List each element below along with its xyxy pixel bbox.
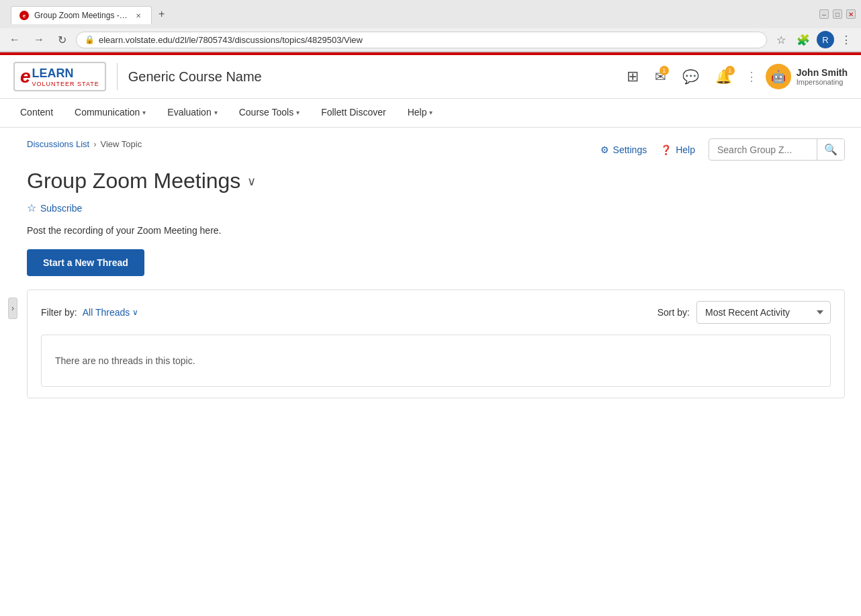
- chat-icon: 💬: [682, 69, 699, 84]
- nav-evaluation-label: Evaluation: [167, 107, 211, 118]
- filter-label: Filter by:: [41, 307, 77, 318]
- back-button[interactable]: ←: [5, 32, 24, 47]
- browser-titlebar: e Group Zoom Meetings - Generic ✕ + – □ …: [0, 0, 861, 28]
- logo-volstate-text: VOLUNTEER STATE: [32, 81, 99, 87]
- course-tools-chevron-icon: ▾: [296, 109, 300, 116]
- nav-item-content[interactable]: Content: [11, 99, 62, 127]
- topic-title-row: Group Zoom Meetings ∨: [27, 169, 845, 193]
- mail-icon-button[interactable]: ✉ 1: [649, 66, 672, 87]
- bell-badge: 1: [725, 66, 735, 75]
- bell-icon-button[interactable]: 🔔 1: [710, 66, 737, 87]
- start-new-thread-button[interactable]: Start a New Thread: [27, 249, 144, 276]
- app-header: e LEARN VOLUNTEER STATE Generic Course N…: [0, 55, 861, 99]
- browser-chrome: e Group Zoom Meetings - Generic ✕ + – □ …: [0, 0, 861, 52]
- active-tab[interactable]: e Group Zoom Meetings - Generic ✕: [11, 6, 152, 24]
- tab-bar: e Group Zoom Meetings - Generic ✕ +: [5, 4, 177, 24]
- help-link[interactable]: ❓ Help: [660, 144, 695, 155]
- elearn-logo: e LEARN VOLUNTEER STATE: [13, 62, 106, 91]
- empty-threads-text: There are no threads in this topic.: [55, 355, 817, 366]
- subscribe-label: Subscribe: [40, 203, 82, 214]
- user-info: John Smith Impersonating: [797, 67, 848, 86]
- breadcrumb-actions-row: Discussions List › View Topic ⚙ Settings…: [27, 138, 845, 161]
- threads-empty-state: There are no threads in this topic.: [41, 335, 831, 387]
- nav-menu: Content Communication ▾ Evaluation ▾ Cou…: [0, 99, 861, 128]
- grid-icon-button[interactable]: ⊞: [621, 65, 644, 88]
- user-role: Impersonating: [797, 78, 848, 86]
- filter-dropdown[interactable]: All Threads ∨: [83, 307, 139, 318]
- side-toggle-button[interactable]: ›: [8, 298, 17, 319]
- minimize-button[interactable]: –: [819, 9, 829, 19]
- extensions-button[interactable]: 🧩: [792, 31, 814, 48]
- toolbar-icons: ☆ 🧩 R ⋮: [772, 31, 856, 48]
- filter-left: Filter by: All Threads ∨: [41, 307, 138, 318]
- help-chevron-icon: ▾: [429, 109, 433, 116]
- filter-chevron-icon: ∨: [132, 308, 138, 317]
- sort-right: Sort by: Most Recent Activity Date Poste…: [658, 301, 831, 324]
- new-tab-button[interactable]: +: [152, 4, 171, 24]
- logo-learn-text: LEARN: [32, 67, 99, 81]
- header-separator-dots: ⋮: [743, 69, 760, 84]
- nav-communication-label: Communication: [75, 107, 140, 118]
- nav-item-help[interactable]: Help ▾: [398, 99, 443, 127]
- breadcrumb-discussions-link[interactable]: Discussions List: [27, 139, 89, 149]
- logo-area: e LEARN VOLUNTEER STATE: [13, 62, 106, 91]
- nav-item-course-tools[interactable]: Course Tools ▾: [230, 99, 309, 127]
- user-avatar-icon: 🤖: [771, 69, 786, 84]
- grid-icon: ⊞: [627, 68, 639, 85]
- user-name: John Smith: [797, 67, 848, 78]
- tab-favicon: e: [19, 11, 29, 20]
- nav-follett-label: Follett Discover: [321, 107, 386, 118]
- subscribe-link[interactable]: ☆ Subscribe: [27, 202, 845, 214]
- nav-item-communication[interactable]: Communication ▾: [65, 99, 155, 127]
- settings-link[interactable]: ⚙ Settings: [600, 144, 647, 155]
- topic-title: Group Zoom Meetings: [27, 169, 240, 193]
- main-layout: › Discussions List › View Topic ⚙ Settin…: [0, 128, 861, 409]
- lock-icon: 🔒: [85, 35, 95, 44]
- filter-sort-bar: Filter by: All Threads ∨ Sort by: Most R…: [27, 290, 845, 398]
- nav-item-evaluation[interactable]: Evaluation ▾: [158, 99, 226, 127]
- filter-row: Filter by: All Threads ∨ Sort by: Most R…: [41, 301, 831, 324]
- profile-button[interactable]: R: [817, 31, 834, 48]
- content-area: Discussions List › View Topic ⚙ Settings…: [0, 128, 861, 409]
- topic-actions-bar: ⚙ Settings ❓ Help 🔍: [600, 138, 845, 161]
- help-icon: ❓: [660, 144, 672, 155]
- subscribe-star-icon: ☆: [27, 202, 36, 214]
- breadcrumb-separator: ›: [93, 139, 96, 149]
- settings-icon: ⚙: [600, 144, 609, 155]
- address-bar[interactable]: 🔒 elearn.volstate.edu/d2l/le/7805743/dis…: [76, 32, 767, 48]
- browser-toolbar: ← → ↻ 🔒 elearn.volstate.edu/d2l/le/78057…: [0, 28, 861, 52]
- search-input[interactable]: [709, 140, 817, 159]
- header-right: ⊞ ✉ 1 💬 🔔 1 ⋮ 🤖 John Smith Impersonating: [621, 64, 848, 89]
- filter-value: All Threads: [83, 307, 130, 318]
- nav-content-label: Content: [20, 107, 53, 118]
- user-avatar[interactable]: 🤖: [766, 64, 791, 89]
- topic-description: Post the recording of your Zoom Meeting …: [27, 225, 845, 236]
- breadcrumb-current: View Topic: [101, 139, 142, 149]
- nav-item-follett[interactable]: Follett Discover: [312, 99, 395, 127]
- settings-label: Settings: [613, 144, 647, 155]
- chat-icon-button[interactable]: 💬: [677, 66, 705, 87]
- forward-button[interactable]: →: [30, 32, 48, 47]
- logo-e-letter: e: [20, 66, 31, 87]
- logo-text-area: LEARN VOLUNTEER STATE: [32, 67, 99, 87]
- bookmark-button[interactable]: ☆: [772, 31, 790, 48]
- nav-help-label: Help: [408, 107, 427, 118]
- breadcrumb: Discussions List › View Topic: [27, 139, 142, 149]
- help-label: Help: [676, 144, 695, 155]
- header-divider: [117, 63, 118, 90]
- refresh-button[interactable]: ↻: [54, 32, 71, 48]
- evaluation-chevron-icon: ▾: [214, 109, 218, 116]
- maximize-button[interactable]: □: [833, 9, 842, 19]
- sort-select[interactable]: Most Recent Activity Date Posted Subject…: [696, 301, 831, 324]
- address-text: elearn.volstate.edu/d2l/le/7805743/discu…: [99, 35, 758, 45]
- course-name: Generic Course Name: [128, 69, 262, 85]
- sort-label: Sort by:: [658, 307, 690, 318]
- nav-course-tools-label: Course Tools: [239, 107, 293, 118]
- tab-close-button[interactable]: ✕: [134, 11, 143, 20]
- search-group: 🔍: [709, 138, 845, 161]
- close-window-button[interactable]: ✕: [846, 9, 856, 19]
- mail-badge: 1: [660, 66, 669, 75]
- search-button[interactable]: 🔍: [817, 139, 844, 160]
- browser-menu-button[interactable]: ⋮: [837, 31, 856, 48]
- topic-title-chevron-icon[interactable]: ∨: [247, 174, 256, 189]
